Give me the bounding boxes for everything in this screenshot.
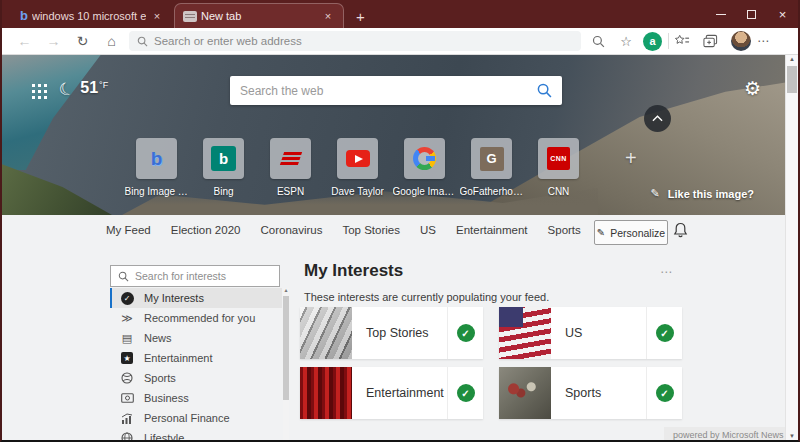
window-controls: × [705,0,798,28]
quick-link-google-images[interactable]: Google Images [391,138,458,197]
sidebar-item-news[interactable]: ▤ News [110,328,282,348]
powered-by-badge: powered by Microsoft News [664,427,793,442]
feed-tab-my-feed[interactable]: My Feed [106,224,151,238]
tab-close-icon[interactable]: × [150,10,164,22]
web-search-input[interactable] [240,84,537,98]
sports-ball-icon [120,372,134,384]
card-check-cell[interactable]: ✓ [646,307,682,359]
scroll-up-icon[interactable]: ▲ [786,56,798,62]
selected-check-icon: ✓ [457,324,475,342]
favorites-list-icon [675,34,690,48]
sidebar-item-sports[interactable]: Sports [110,368,282,388]
temperature-value: 51 [80,79,98,97]
new-tab-button[interactable]: + [356,9,365,24]
weather-widget[interactable]: ☾ 51 °F [59,79,108,100]
personalize-button[interactable]: ✎ Personalize [594,220,668,245]
my-interests-icon: ✓ [120,292,134,305]
quick-link-bing-images[interactable]: b Bing Image Tr… [123,138,190,197]
sidebar-scrollbar[interactable]: ▴ [283,288,289,440]
scroll-up-icon[interactable]: ▴ [283,286,289,293]
interest-cards-grid: Top Stories ✓ US ✓ Entertainment ✓ Sport… [300,307,682,419]
collections-button[interactable] [703,34,725,48]
sidebar-item-my-interests[interactable]: ✓ My Interests [110,288,282,308]
feed-tab-sports[interactable]: Sports [548,224,581,238]
web-search-box[interactable] [230,76,562,105]
like-image-link[interactable]: ✎ Like this image? [651,187,754,200]
refresh-button[interactable]: ↻ [68,34,97,48]
globe-icon [120,432,134,442]
sidebar-item-label: Recommended for you [144,312,255,324]
card-label: Sports [551,386,646,400]
sidebar-item-recommended[interactable]: ≫ Recommended for you [110,308,282,328]
close-button[interactable]: × [767,0,798,28]
tab-windows10-article[interactable]: b windows 10 microsoft edge pho × [12,3,170,28]
favorites-bar-button[interactable] [675,34,697,48]
feed-tab-entertainment[interactable]: Entertainment [456,224,528,238]
feed-tab-election-2020[interactable]: Election 2020 [171,224,241,238]
app-launcher-button[interactable] [32,84,47,99]
sidebar-item-lifestyle[interactable]: Lifestyle [110,428,282,442]
interest-card-sports[interactable]: Sports ✓ [499,367,682,419]
forward-button[interactable]: → [39,34,68,48]
interest-card-top-stories[interactable]: Top Stories ✓ [300,307,483,359]
waffle-grid-icon [32,84,47,99]
feed-tab-top-stories[interactable]: Top Stories [342,224,400,238]
collapse-feed-button[interactable] [644,105,671,132]
quick-link-gofatherhood[interactable]: G GoFatherhoo… [458,138,525,197]
settings-more-button[interactable]: ⋯ [757,34,770,48]
selected-check-icon: ✓ [656,384,674,402]
sports-thumbnail [499,367,551,419]
interest-card-us[interactable]: US ✓ [499,307,682,359]
tile-label: Bing [213,186,233,197]
scroll-down-icon[interactable]: ▼ [786,433,798,439]
tab-new-tab[interactable]: New tab × [174,3,344,28]
tab-close-icon[interactable]: × [321,10,335,22]
feed-tab-coronavirus[interactable]: Coronavirus [260,224,322,238]
quick-link-bing[interactable]: b Bing [190,138,257,197]
profile-avatar[interactable] [731,31,751,51]
address-input[interactable] [154,35,573,47]
feed-tab-us[interactable]: US [420,224,436,238]
back-button[interactable]: ← [10,34,39,48]
finance-chart-icon [120,413,134,424]
titlebar: b windows 10 microsoft edge pho × New ta… [2,0,798,28]
search-icon[interactable] [537,83,552,98]
maximize-button[interactable] [736,0,767,28]
card-check-cell[interactable]: ✓ [447,367,483,419]
tile-label: ESPN [277,186,304,197]
feed-nav: My Feed Election 2020 Coronavirus Top St… [106,224,612,238]
page-title: My Interests [304,261,403,281]
tab-title: New tab [201,10,317,22]
notifications-button[interactable] [673,222,688,239]
moon-icon: ☾ [56,77,77,102]
sidebar-item-business[interactable]: Business [110,388,282,408]
card-check-cell[interactable]: ✓ [646,367,682,419]
quick-link-dave-taylor[interactable]: Dave Taylor [324,138,391,197]
minimize-button[interactable] [705,0,736,28]
extension-badge-icon[interactable]: a [643,32,662,51]
page-scroll-thumb[interactable] [787,66,797,93]
page-scrollbar[interactable]: ▲ ▼ [785,55,798,440]
home-button[interactable]: ⌂ [97,34,126,48]
entertainment-thumbnail [300,367,352,419]
address-bar[interactable] [129,31,581,51]
favorite-star-button[interactable]: ☆ [615,34,637,49]
interest-search-input[interactable] [135,270,272,282]
add-quick-link-button[interactable]: + [625,147,637,170]
toolbar-search-icon[interactable] [587,35,609,48]
card-check-cell[interactable]: ✓ [447,307,483,359]
interest-search-box[interactable] [110,265,280,287]
sidebar-item-label: Personal Finance [144,412,230,424]
sidebar-item-label: Lifestyle [144,432,184,442]
page-settings-button[interactable]: ⚙ [744,77,761,100]
quick-link-espn[interactable]: ESPN [257,138,324,197]
sidebar-scroll-thumb[interactable] [283,296,289,400]
sidebar-item-entertainment[interactable]: ★ Entertainment [110,348,282,368]
interests-more-button[interactable]: ⋯ [660,265,673,279]
bing-images-icon: b [151,148,163,170]
top-stories-thumbnail [300,307,352,359]
interest-card-entertainment[interactable]: Entertainment ✓ [300,367,483,419]
sidebar-item-label: My Interests [144,292,204,304]
sidebar-item-personal-finance[interactable]: Personal Finance [110,408,282,428]
quick-link-cnn[interactable]: CNN CNN [525,138,592,197]
